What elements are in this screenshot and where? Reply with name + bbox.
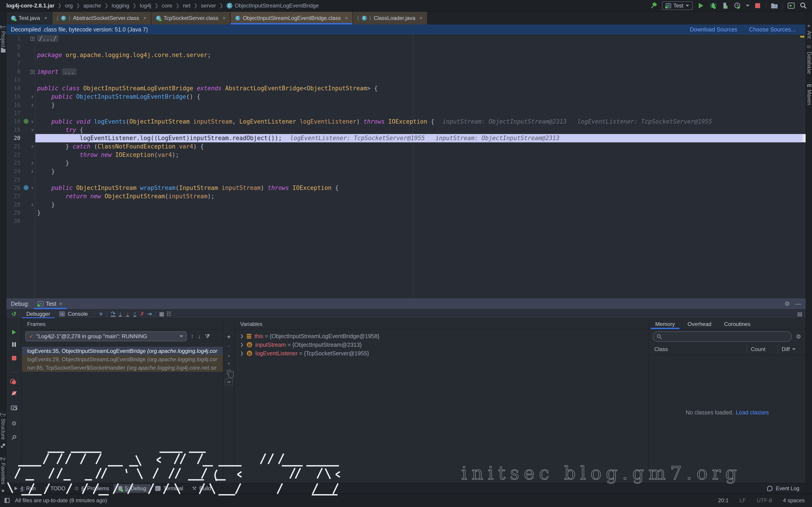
code-text[interactable]: throw new IOException(var4); [35,151,806,159]
editor-tab[interactable]: (C)AbstractSocketServer.class× [52,12,151,24]
force-step-into-icon[interactable]: ↓ [124,311,131,317]
memory-tab-coroutines[interactable]: Coroutines [718,319,757,329]
code-text[interactable]: import ... [35,68,806,76]
code-line[interactable]: 21∧ } catch (ClassNotFoundException var4… [6,143,806,151]
code-line[interactable]: 19∨ try { [6,126,806,134]
code-text[interactable]: public ObjectInputStream wrapStream(Inpu… [35,184,806,192]
stop-debug-button[interactable] [6,356,22,360]
code-text[interactable] [35,43,806,51]
column-header-class[interactable]: Class [649,346,747,352]
frame-down-icon[interactable]: ↓ [198,333,201,340]
fold-marker[interactable] [30,134,35,143]
code-line[interactable]: 18↑∨ public void logEvents(ObjectInputSt… [6,117,806,126]
memory-tab-memory[interactable]: Memory [649,319,681,329]
column-header-count[interactable]: Count [747,345,777,354]
editor-tab[interactable]: CTcpSocketServer.class× [151,12,231,24]
fold-marker[interactable]: ∨ [30,126,35,134]
stripe-button-favorites[interactable]: 2: Favorites [0,457,6,484]
fold-marker[interactable] [30,151,35,159]
fold-marker[interactable] [30,43,35,51]
fold-marker[interactable]: ∨ [30,184,35,192]
code-line[interactable]: 25 [6,176,806,184]
hide-icon[interactable]: — [795,300,801,307]
stack-frame-row[interactable]: logEvents:29, ObjectInputStreamLogEventB… [22,355,223,363]
overriding-method-icon[interactable]: ↑ [23,185,29,190]
move-up-icon[interactable]: ▲ [227,353,231,358]
code-line[interactable]: 13 [6,76,806,84]
close-icon[interactable]: × [419,15,422,21]
fold-marker[interactable] [30,109,35,117]
fold-marker[interactable]: ∧ [30,167,35,176]
tool-window-button-todo[interactable]: ≡TODO [40,484,70,493]
code-text[interactable] [35,217,806,225]
run-to-cursor-icon[interactable]: ⇥ [146,311,153,317]
tool-window-button-debug[interactable]: 5: Debug [114,484,151,493]
tool-window-button-build[interactable]: ⚒Build [188,484,215,493]
layout-settings-icon[interactable]: ☷ [165,311,172,317]
show-watches-icon[interactable]: ∞ [225,379,233,385]
code-text[interactable]: } [35,101,806,109]
fold-marker[interactable] [30,76,35,84]
project-structure-icon[interactable] [770,2,778,10]
code-text[interactable]: } [35,167,806,176]
debug-session-tab[interactable]: Test × [34,298,66,309]
caret-position[interactable]: 20:1 [718,497,729,504]
code-text[interactable] [35,109,806,117]
coverage-button[interactable] [721,2,729,10]
step-into-icon[interactable]: ↓ [117,311,124,317]
code-line[interactable]: 7 [6,59,806,68]
code-line[interactable]: 5 [6,43,806,51]
editor-tab[interactable]: CObjectInputStreamLogEventBridge.class× [231,12,353,24]
breadcrumb-item[interactable]: log4j [140,2,151,9]
variable-row[interactable]: ❯this = {ObjectInputStreamLogEventBridge… [235,332,648,340]
tab-debugger[interactable]: Debugger [22,309,55,318]
breadcrumb-item[interactable]: net [183,2,190,9]
banner-link[interactable]: Choose Sources... [749,26,796,33]
stripe-button-database[interactable]: Database [806,52,812,74]
tool-window-button-terminal[interactable]: ›_Terminal [151,484,188,493]
stack-frame-row[interactable]: run:85, TcpSocketServer$SocketHandler (o… [22,363,223,372]
code-line[interactable]: 30 [6,217,806,225]
breadcrumb-item[interactable]: core [162,2,172,9]
fold-marker[interactable]: ∧ [30,143,35,151]
overriding-method-icon[interactable]: ↑ [23,119,29,124]
code-line[interactable]: 27 return new ObjectInputStream(inputStr… [6,192,806,201]
profiler-button[interactable] [733,2,742,10]
code-text[interactable]: } [35,159,806,167]
run-button[interactable] [697,2,705,10]
evaluate-expression-icon[interactable]: ▦ [158,311,165,317]
code-line[interactable]: 15∨ public ObjectInputStreamLogEventBrid… [6,93,806,101]
rerun-icon[interactable]: ↺ [6,311,22,318]
memory-settings-gear-icon[interactable]: ⚙ [796,333,801,340]
fold-marker[interactable]: + [30,68,35,76]
restore-layout-icon[interactable]: ▤ [798,311,806,317]
memory-tab-overhead[interactable]: Overhead [681,319,718,329]
duplicate-icon[interactable] [227,370,231,375]
thread-dump-camera-icon[interactable] [6,406,22,410]
code-text[interactable] [35,76,806,84]
code-text[interactable]: logEventListener.log((LogEvent)inputStre… [35,134,806,143]
breadcrumb-item[interactable]: server [201,2,216,9]
code-line[interactable]: 8+import ... [6,68,806,76]
code-line[interactable]: 17 [6,109,806,117]
code-editor[interactable]: 1+/.../56package org.apache.logging.log4… [6,35,806,298]
close-icon[interactable]: × [143,15,146,21]
fold-marker[interactable] [30,217,35,225]
code-line[interactable]: 22 throw new IOException(var4); [6,151,806,159]
breadcrumb-item[interactable]: org [65,2,73,9]
code-text[interactable]: public class ObjectInputStreamLogEventBr… [35,84,806,93]
fold-marker[interactable]: ∧ [30,101,35,109]
move-down-icon[interactable]: ▼ [227,361,231,366]
drop-frame-icon[interactable]: ✗ [139,311,146,317]
tool-window-button-run[interactable]: 4: Run [10,484,40,493]
code-text[interactable]: } [35,201,806,209]
fold-marker[interactable]: ∨ [30,93,35,101]
fold-marker[interactable]: ∧ [30,201,35,209]
code-text[interactable]: public void logEvents(ObjectInputStream … [35,117,806,126]
stop-button[interactable] [754,2,762,10]
code-text[interactable]: /.../ [35,35,806,43]
code-line[interactable]: 29} [6,209,806,217]
breadcrumb-project[interactable]: log4j-core-2.8.1.jar [6,2,54,9]
file-encoding[interactable]: UTF-8 [757,497,772,504]
show-execution-point-icon[interactable]: ≡ [97,311,104,317]
